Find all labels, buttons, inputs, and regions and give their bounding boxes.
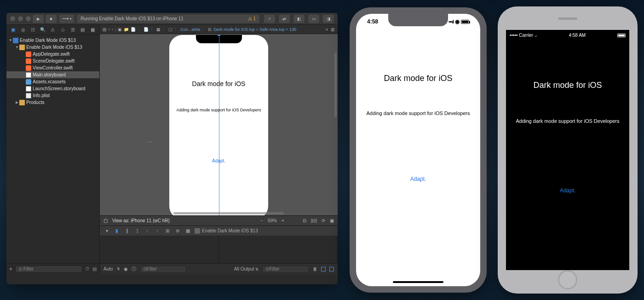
zoom-in-button[interactable]: + — [282, 218, 284, 223]
adapt-button[interactable]: Adapt. — [356, 176, 480, 182]
xcode-toolbar: ▶ ■ ⟶ ▪ Running Enable Dark Mode iOS $13… — [6, 13, 338, 25]
scrollbar-horizontal[interactable] — [173, 212, 284, 214]
issue-nav-icon[interactable]: ⚠ — [50, 27, 56, 33]
zoom-out-button[interactable]: − — [260, 218, 263, 223]
sb-icon — [26, 72, 31, 78]
storyboard-scene[interactable]: Dark mode for iOS Adding dark mode suppo… — [169, 35, 268, 215]
tree-item[interactable]: SceneDelegate.swift — [6, 58, 99, 64]
jump-crumb[interactable]: Dark mode for iOS.top = Safe Area.top + … — [213, 27, 296, 32]
debug-nav-icon[interactable]: ☰ — [69, 27, 76, 33]
align-icon[interactable]: ⊟ — [303, 218, 306, 223]
close-dot[interactable] — [10, 16, 15, 21]
library-button[interactable]: ⇄ — [279, 15, 290, 23]
add-file-button[interactable]: + — [9, 266, 12, 272]
run-button[interactable]: ▶ — [33, 15, 44, 23]
resolve-icon[interactable]: ⟳ — [322, 218, 325, 223]
tree-item[interactable]: Main.storyboard — [6, 71, 99, 78]
adapt-button[interactable]: Adapt. — [169, 158, 268, 163]
embed-icon[interactable]: ▣ — [330, 218, 334, 223]
report-nav-icon[interactable]: ▦ — [89, 27, 96, 33]
home-button[interactable] — [558, 270, 577, 289]
breakpoints-toggle-icon[interactable]: ▮ — [114, 228, 120, 234]
info-icon[interactable]: ⓘ — [132, 266, 136, 272]
frame-handle[interactable] — [218, 35, 220, 36]
xcode-window: ▶ ■ ⟶ ▪ Running Enable Dark Mode iOS $13… — [6, 13, 338, 284]
swift-icon — [26, 52, 31, 57]
tree-item[interactable]: ▼Enable Dark Mode iOS $13 — [6, 37, 99, 44]
auto-scope[interactable]: Auto — [104, 266, 113, 271]
jump-bar[interactable]: ▥ ‹ › | ▣ 📁 📄 〉 📄 〉 ▦ 〉 ▢ 〉 Con...aints … — [100, 25, 338, 34]
debug-bar: ▾ ▮ ‖ ⤵ ↓ ↑ ⊞ ⊚ ▦ Enable Dark Mode iOS $… — [100, 225, 338, 236]
adjust-editor-icon[interactable]: ▥ — [331, 27, 335, 32]
add-button[interactable]: + — [264, 15, 275, 23]
panel-bottom-button[interactable]: ▭ — [308, 15, 319, 23]
source-control-icon[interactable]: ◎ — [20, 27, 26, 33]
console-filter[interactable]: ⊙ Filter — [262, 265, 309, 273]
step-in-icon[interactable]: ↓ — [144, 228, 150, 234]
vars-filter[interactable]: ⊙ Filter — [140, 265, 187, 273]
tree-label: ViewController.swift — [33, 65, 73, 70]
tree-item[interactable]: ▶Products — [6, 99, 99, 106]
project-nav-icon[interactable]: ▣ — [10, 27, 17, 33]
pin-icon[interactable]: |⊟| — [311, 218, 317, 223]
title-label: Dark mode for iOS — [356, 74, 480, 83]
tree-label: LaunchScreen.storyboard — [33, 86, 86, 91]
tree-item[interactable]: LaunchScreen.storyboard — [6, 85, 99, 92]
left-pane-toggle[interactable] — [321, 267, 326, 271]
all-output-selector[interactable]: All Output ⇅ — [234, 266, 259, 271]
warnings-badge[interactable]: ⚠ 1 — [248, 16, 256, 21]
quicklook-icon[interactable]: ◉ — [124, 266, 128, 271]
sim-screen[interactable]: 4:58 •••ıl ◉ Dark mode for iOS Adding da… — [356, 14, 480, 286]
memory-graph-icon[interactable]: ⊚ — [174, 228, 181, 234]
title-label[interactable]: Dark mode for iOS — [169, 80, 268, 87]
editor-options-icon[interactable]: ≡ — [326, 27, 328, 32]
adapt-button[interactable]: Adapt. — [506, 187, 629, 194]
navigator-filter[interactable]: ⊙ Filter — [15, 265, 82, 273]
minimize-dot[interactable] — [18, 16, 23, 21]
status-bar: ••••• Carrier ⌵ 4:58 AM — [506, 33, 629, 38]
editor-area: ▥ ‹ › | ▣ 📁 📄 〉 📄 〉 ▦ 〉 ▢ 〉 Con...aints … — [100, 25, 338, 274]
panel-right-button[interactable]: ◨ — [323, 15, 334, 23]
step-out-icon[interactable]: ↑ — [154, 228, 161, 234]
stop-button[interactable]: ■ — [46, 15, 57, 23]
hide-debug-icon[interactable]: ▾ — [104, 228, 110, 234]
tree-item[interactable]: AppDelegate.swift — [6, 51, 99, 58]
find-nav-icon[interactable]: 🔍 — [40, 27, 46, 33]
symbol-nav-icon[interactable]: ☷ — [30, 27, 36, 33]
scm-icon[interactable]: ▤ — [92, 266, 97, 271]
tree-item[interactable]: Assets.xcassets — [6, 78, 99, 85]
right-pane-toggle[interactable] — [329, 267, 334, 271]
zoom-dot[interactable] — [26, 16, 31, 21]
back-button[interactable]: ‹ — [109, 27, 110, 32]
pause-icon[interactable]: ‖ — [124, 228, 130, 234]
tree-item[interactable]: ViewController.swift — [6, 64, 99, 71]
sim-screen[interactable]: ••••• Carrier ⌵ 4:58 AM Dark mode for iO… — [506, 30, 629, 270]
view-debug-icon[interactable]: ⊞ — [164, 228, 171, 234]
crumb-icon: ▢ — [168, 27, 172, 32]
scheme-selector[interactable]: ⟶ ▪ — [59, 15, 74, 23]
activity-status: Running Enable Dark Mode iOS $13 on iPho… — [77, 15, 259, 23]
trash-icon[interactable]: 🗑 — [313, 266, 317, 271]
view-as-label[interactable]: View as: iPhone 11 (wC hR) — [112, 218, 170, 223]
variables-view[interactable] — [100, 236, 219, 263]
filter-placeholder: Filter — [23, 266, 34, 271]
related-items-icon[interactable]: ▥ — [103, 27, 107, 32]
subtitle-label[interactable]: Adding dark mode support for iOS Develop… — [169, 108, 268, 112]
panel-left-button[interactable]: ◧ — [293, 15, 305, 23]
env-override-icon[interactable]: ▦ — [184, 228, 191, 234]
scrollbar-vertical[interactable] — [334, 52, 337, 117]
forward-button[interactable]: › — [112, 27, 113, 32]
console-output[interactable] — [219, 236, 338, 263]
test-nav-icon[interactable]: ◇ — [60, 27, 66, 33]
jump-crumb[interactable]: Con...aints — [180, 27, 200, 32]
home-indicator[interactable] — [393, 281, 443, 283]
breakpoint-nav-icon[interactable]: ▤ — [80, 27, 86, 33]
tree-item[interactable]: ▼Enable Dark Mode iOS $13 — [6, 44, 99, 51]
step-over-icon[interactable]: ⤵ — [134, 228, 140, 234]
debug-target[interactable]: Enable Dark Mode iOS $13 — [195, 228, 258, 234]
tree-item[interactable]: Info.plist — [6, 92, 99, 99]
clock-icon[interactable]: ⏱ — [85, 266, 90, 271]
file-tree[interactable]: ▼Enable Dark Mode iOS $13▼Enable Dark Mo… — [6, 35, 99, 263]
outline-toggle-icon[interactable]: ▢ — [104, 218, 108, 223]
ib-canvas[interactable]: → Dark mode for iOS Adding dark mode sup… — [100, 34, 338, 215]
